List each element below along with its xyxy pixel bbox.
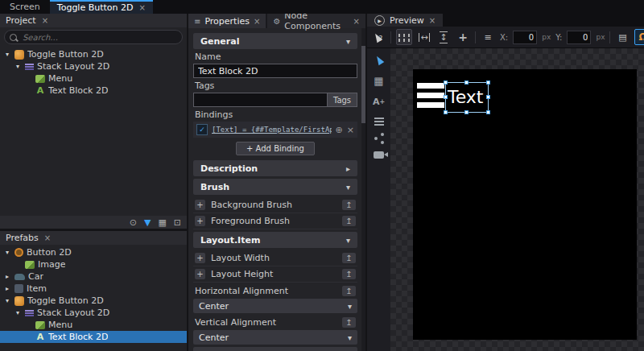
tags-field[interactable] — [193, 93, 327, 107]
search-box[interactable] — [4, 30, 183, 44]
tab-toggle-button-2d[interactable]: Toggle Button 2D × — [50, 0, 153, 14]
close-icon[interactable]: × — [353, 17, 360, 26]
search-input[interactable] — [21, 32, 177, 43]
tile-grid-icon[interactable] — [396, 29, 412, 45]
add-property-icon[interactable]: + — [195, 253, 205, 263]
add-binding-button[interactable]: + Add Binding — [236, 142, 315, 155]
resize-handle[interactable] — [486, 110, 490, 114]
visibility-eye-icon[interactable]: ⊙ — [130, 218, 137, 227]
tree-item[interactable]: ▾ Stack Layout 2D — [0, 60, 187, 72]
push-value-icon[interactable]: ↥ — [342, 216, 356, 226]
tags-button[interactable]: Tags — [327, 93, 357, 107]
tree-item[interactable]: Menu — [0, 319, 187, 331]
tree-item[interactable]: ▾ Stack Layout 2D — [0, 307, 187, 319]
close-icon[interactable]: × — [42, 16, 48, 25]
close-icon[interactable]: × — [44, 233, 51, 242]
tree-item[interactable]: Menu — [0, 72, 187, 85]
tree-item[interactable]: ▾ Toggle Button 2D — [0, 295, 187, 307]
tab-preview[interactable]: ▶ Preview × — [367, 14, 443, 27]
align-icon[interactable]: ≡ — [481, 30, 495, 44]
push-value-icon[interactable]: ↥ — [342, 253, 356, 263]
binding-row[interactable]: ✓ [Text] = {##Template/FirstAp ⊕ × — [193, 122, 357, 138]
text-block-content[interactable]: Text — [446, 89, 484, 106]
tree-item[interactable]: ▾ Toggle Button 2D — [0, 48, 187, 60]
inspect-node-icon[interactable]: ? — [371, 30, 386, 44]
section-description[interactable]: Description ▸ — [193, 160, 357, 176]
grid-view-icon[interactable]: ▦ — [158, 218, 166, 227]
resize-handle[interactable] — [486, 95, 490, 99]
section-brush[interactable]: Brush ▾ — [193, 179, 357, 195]
expand-icon[interactable]: ▸ — [3, 285, 11, 292]
tab-node-components[interactable]: ⚙ Node Components × — [267, 14, 365, 28]
add-property-icon[interactable]: + — [195, 216, 205, 226]
preview-panel: ▶ Preview × ? ↔ ↕ + ≡ X: — [367, 14, 644, 351]
camera-tool-icon[interactable] — [374, 151, 384, 159]
vertical-alignment-select[interactable]: Center ▾ — [193, 330, 357, 345]
tab-properties[interactable]: ≡ Properties × — [188, 14, 266, 28]
text-tool-icon[interactable]: A+ — [373, 97, 385, 106]
section-layout-item[interactable]: Layout.Item ▾ — [193, 232, 357, 248]
resize-handle[interactable] — [444, 95, 448, 99]
project-panel-title: Project — [6, 15, 36, 26]
fit-view-icon[interactable]: ⊡ — [174, 218, 181, 227]
expand-icon[interactable]: ▸ — [3, 273, 11, 280]
select-tool-icon[interactable] — [376, 56, 382, 64]
tab-label: Preview — [390, 15, 424, 26]
collapse-icon[interactable]: ▾ — [3, 297, 11, 304]
resize-handle[interactable] — [444, 110, 448, 114]
y-coordinate-input[interactable] — [567, 31, 591, 44]
fit-height-icon[interactable]: ↕ — [436, 30, 451, 44]
tree-item-selected[interactable]: A Text Block 2D — [0, 331, 187, 343]
preview-canvas[interactable]: Text — [390, 48, 644, 351]
remove-binding-icon[interactable]: × — [347, 125, 354, 135]
tree-item-label: Button 2D — [27, 247, 72, 258]
prefabs-panel-header[interactable]: Prefabs × — [0, 231, 187, 245]
binding-expression[interactable]: [Text] = {##Template/FirstAp — [212, 126, 332, 134]
selected-node-bounds[interactable]: Text — [445, 82, 489, 113]
layers-tool-icon[interactable] — [374, 118, 384, 126]
push-value-icon[interactable]: ↥ — [342, 269, 356, 279]
section-general[interactable]: General ▾ — [193, 33, 357, 49]
tab-screen[interactable]: Screen — [0, 0, 50, 14]
menu-image-node[interactable] — [417, 83, 444, 112]
resize-handle[interactable] — [464, 81, 469, 85]
resize-handle[interactable] — [464, 110, 469, 114]
close-icon[interactable]: × — [254, 17, 260, 26]
close-icon[interactable]: × — [139, 3, 146, 12]
collapse-icon[interactable]: ▾ — [3, 51, 11, 58]
node-graph-tool-icon[interactable] — [374, 137, 384, 140]
push-value-icon[interactable]: ↥ — [342, 317, 356, 328]
snap-magnet-icon[interactable]: Ω — [634, 29, 644, 45]
tree-item[interactable]: ▾ Button 2D — [0, 246, 187, 258]
properties-scrollbar[interactable] — [361, 28, 365, 351]
filter-icon[interactable]: ▼ — [144, 218, 151, 227]
add-property-icon[interactable]: + — [195, 269, 205, 279]
horizontal-alignment-select[interactable]: Center ▾ — [193, 299, 357, 313]
tree-item[interactable]: ▸ Item — [0, 283, 187, 295]
tree-item-label: Text Block 2D — [48, 332, 108, 342]
preview-screen[interactable]: Text — [413, 69, 637, 340]
x-coordinate-input[interactable] — [513, 31, 537, 44]
tree-item[interactable]: A Text Block 2D — [0, 85, 187, 97]
project-panel-header[interactable]: Project × — [0, 14, 187, 27]
center-view-icon[interactable]: + — [456, 30, 470, 44]
push-value-icon[interactable]: ↥ — [342, 200, 356, 210]
fit-width-icon[interactable]: ↔ — [417, 30, 431, 44]
grid-tool-icon[interactable]: ▦ — [374, 76, 383, 86]
add-property-icon[interactable]: + — [195, 200, 205, 210]
name-field[interactable] — [193, 64, 357, 78]
tree-item[interactable]: ▸ Car — [0, 270, 187, 283]
binding-target-icon[interactable]: ⊕ — [336, 125, 343, 135]
scrollbar-thumb[interactable] — [361, 46, 365, 123]
resize-handle[interactable] — [444, 81, 448, 85]
log-panel-icon[interactable]: ▤ — [615, 30, 630, 44]
push-value-icon[interactable]: ↥ — [342, 286, 356, 296]
binding-enabled-checkbox[interactable]: ✓ — [196, 124, 208, 135]
collapse-icon[interactable]: ▾ — [3, 249, 11, 256]
close-icon[interactable]: × — [429, 16, 436, 25]
tree-item[interactable]: Image — [0, 258, 187, 270]
section-node[interactable]: Node ▾ — [193, 347, 357, 351]
collapse-icon[interactable]: ▾ — [14, 309, 22, 316]
collapse-icon[interactable]: ▾ — [14, 63, 22, 70]
resize-handle[interactable] — [486, 81, 490, 85]
